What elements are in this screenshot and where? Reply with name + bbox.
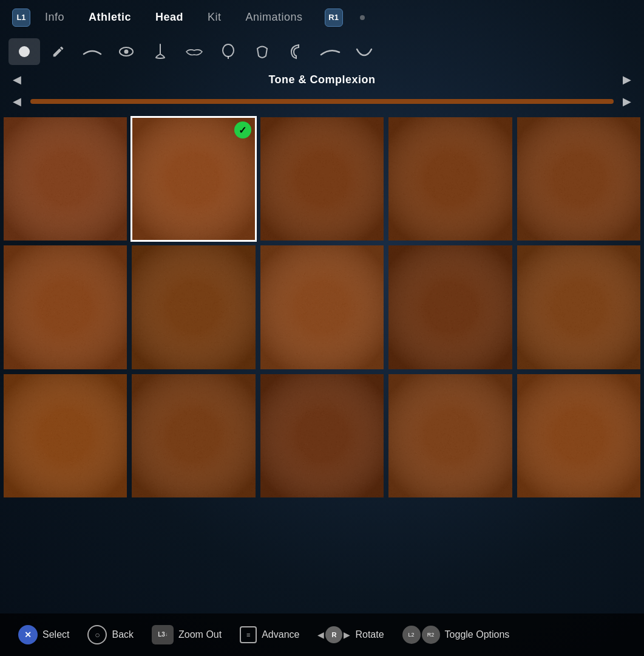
skin-tone-cell-3[interactable]: [387, 116, 513, 242]
chin-icon[interactable]: [246, 38, 278, 65]
tab-kit[interactable]: Kit: [198, 6, 231, 29]
svg-point-3: [223, 44, 234, 56]
zoom-out-action[interactable]: L3↓ Zoom Out: [152, 625, 222, 644]
skin-tone-cell-2[interactable]: [259, 116, 385, 242]
back-action[interactable]: ○ Back: [87, 625, 134, 644]
skin-tone-cell-4[interactable]: [516, 116, 642, 242]
skin-tone-cell-9[interactable]: [516, 244, 642, 370]
svg-point-0: [19, 46, 30, 57]
l2-button[interactable]: L2: [402, 626, 421, 644]
feature-icon-row: [0, 35, 644, 69]
rotate-button[interactable]: ◀ R ▶: [317, 626, 350, 643]
skin-tone-cell-7[interactable]: [259, 244, 385, 370]
toggle-options-label: Toggle Options: [445, 629, 510, 640]
advance-action[interactable]: ≡ Advance: [240, 626, 299, 643]
skin-tone-cell-14[interactable]: [516, 373, 642, 499]
face-icon[interactable]: [8, 38, 40, 65]
skin-tone-cell-13[interactable]: [387, 373, 513, 499]
skin-tone-cell-10[interactable]: [2, 373, 128, 499]
nose-icon[interactable]: [144, 38, 176, 65]
o-button[interactable]: ○: [87, 625, 107, 644]
selected-checkmark: ✓: [234, 121, 251, 138]
l2-r2-buttons[interactable]: L2 R2: [402, 626, 440, 644]
skin-tone-cell-1[interactable]: ✓: [130, 116, 256, 242]
toggle-options-action[interactable]: L2 R2 Toggle Options: [402, 626, 510, 644]
rotate-action[interactable]: ◀ R ▶ Rotate: [317, 626, 384, 643]
section-header: ◀ Tone & Complexion ▶: [0, 69, 644, 91]
ear-icon[interactable]: [280, 38, 312, 65]
brow-icon[interactable]: [76, 38, 108, 65]
eyebrow-shape-icon[interactable]: [314, 38, 346, 65]
slider-prev-arrow[interactable]: ◀: [8, 93, 25, 110]
skin-tone-grid: ✓: [0, 116, 644, 499]
skin-tone-slider[interactable]: [30, 99, 614, 104]
eye-icon[interactable]: [110, 38, 142, 65]
svg-point-2: [124, 50, 129, 54]
slider-next-arrow[interactable]: ▶: [619, 93, 636, 110]
back-label: Back: [112, 629, 134, 640]
tab-info[interactable]: Info: [35, 6, 74, 29]
skin-tone-cell-6[interactable]: [130, 244, 256, 370]
tab-athletic[interactable]: Athletic: [79, 6, 141, 29]
r1-badge[interactable]: R1: [325, 9, 343, 27]
l3-button[interactable]: L3↓: [152, 625, 174, 644]
skin-tone-cell-8[interactable]: [387, 244, 513, 370]
top-navigation: L1 Info Athletic Head Kit Animations R1: [0, 0, 644, 35]
lips-icon[interactable]: [178, 38, 210, 65]
select-label: Select: [42, 629, 69, 640]
advance-label: Advance: [262, 629, 299, 640]
select-action[interactable]: ✕ Select: [18, 625, 69, 644]
bottom-action-bar: ✕ Select ○ Back L3↓ Zoom Out ≡ Advance ◀…: [0, 613, 644, 656]
section-title: Tone & Complexion: [268, 73, 375, 86]
beard-icon[interactable]: [348, 38, 380, 65]
indicator-dot: [360, 15, 365, 20]
skin-tone-cell-12[interactable]: [259, 373, 385, 499]
menu-button[interactable]: ≡: [240, 626, 257, 643]
l1-badge[interactable]: L1: [12, 9, 30, 27]
prev-section-arrow[interactable]: ◀: [8, 71, 25, 88]
skin-tone-cell-5[interactable]: [2, 244, 128, 370]
r2-button[interactable]: R2: [422, 626, 440, 644]
x-button[interactable]: ✕: [18, 625, 38, 644]
skin-tone-cell-0[interactable]: [2, 116, 128, 242]
skin-tone-cell-11[interactable]: [130, 373, 256, 499]
next-section-arrow[interactable]: ▶: [619, 71, 636, 88]
slider-row: ◀ ▶: [0, 91, 644, 112]
tab-head[interactable]: Head: [146, 6, 193, 29]
rotate-label: Rotate: [355, 629, 384, 640]
head-shape-icon[interactable]: [212, 38, 244, 65]
pen-icon[interactable]: [42, 38, 74, 65]
zoom-out-label: Zoom Out: [178, 629, 222, 640]
tab-animations[interactable]: Animations: [236, 6, 313, 29]
